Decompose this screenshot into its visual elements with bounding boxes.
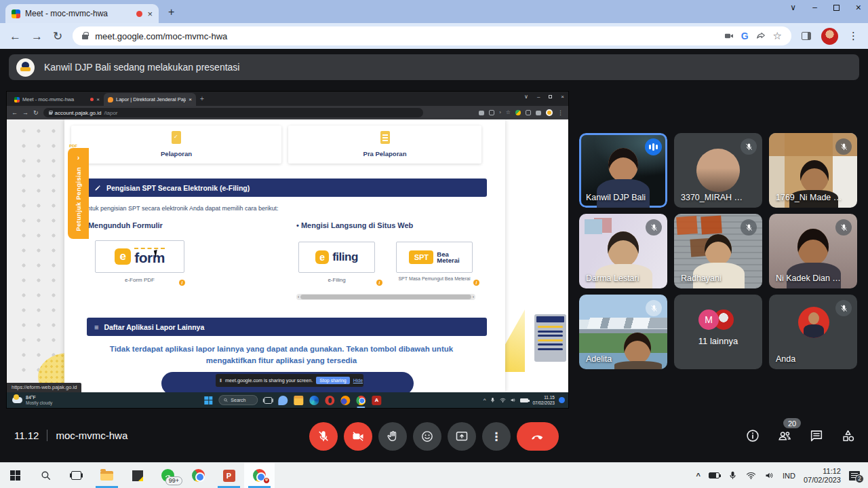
tab-close-icon[interactable]: × <box>96 96 100 102</box>
participant-tile[interactable]: Darma Lestari <box>579 214 667 288</box>
chat-app-icon[interactable] <box>278 396 288 405</box>
file-explorer-button[interactable] <box>92 463 122 488</box>
mic-icon[interactable] <box>490 397 496 403</box>
clock[interactable]: 11:12 07/02/2023 <box>804 467 841 485</box>
participant-tile[interactable]: Adelita <box>579 295 667 369</box>
speaker-icon[interactable] <box>764 470 774 481</box>
side-panel-icon[interactable] <box>802 32 811 40</box>
tab-search-chevron-icon[interactable]: ∨ <box>790 3 796 12</box>
address-bar[interactable]: account.pajak.go.id /lapor <box>43 108 423 117</box>
powerpoint-button[interactable]: P <box>214 463 244 488</box>
language-indicator[interactable]: IND <box>783 472 795 480</box>
window-minimize-button[interactable]: – <box>537 94 540 100</box>
activities-button[interactable] <box>841 428 856 443</box>
new-tab-button[interactable]: + <box>168 6 174 18</box>
eform-app-button[interactable]: e form <box>95 240 184 273</box>
share-icon[interactable]: › <box>499 110 501 115</box>
petunjuk-pengisian-tab[interactable]: › Petunjuk Pengisian <box>68 148 89 239</box>
battery-icon[interactable] <box>520 398 528 402</box>
participant-tile[interactable]: Ni Kadek Dian … <box>769 214 857 288</box>
extension-icon[interactable] <box>515 110 521 115</box>
tab-search-chevron-icon[interactable]: ∨ <box>524 94 528 100</box>
camera-in-use-icon[interactable] <box>724 31 734 41</box>
back-button[interactable]: ← <box>9 31 21 42</box>
browser-tab-meet[interactable]: Meet - moc-mvmc-hwa × <box>5 4 159 23</box>
overflow-participants-tile[interactable]: M 11 lainnya <box>674 295 762 369</box>
stop-sharing-button[interactable]: Stop sharing <box>316 377 349 384</box>
weather-widget[interactable]: 84°F Mostly cloudy <box>7 395 52 405</box>
participant-tile[interactable]: Radhayani <box>674 214 762 288</box>
share-icon[interactable] <box>755 31 766 41</box>
chrome-profile-button[interactable] <box>244 463 275 488</box>
meeting-details-button[interactable] <box>745 428 760 443</box>
chat-button[interactable] <box>809 428 824 443</box>
pelaporan-card[interactable]: Pelaporan <box>71 126 281 164</box>
reload-button[interactable]: ↻ <box>33 110 39 116</box>
window-restore-button[interactable] <box>833 5 840 11</box>
shared-tab-meet[interactable]: Meet - moc-mvmc-hwa × <box>10 93 104 106</box>
wifi-icon[interactable] <box>746 470 756 481</box>
spt-bea-meterai-app-button[interactable]: SPT Bea Meterai <box>396 242 473 273</box>
bookmark-star-icon[interactable]: ☆ <box>773 30 782 42</box>
hidden-icons-caret[interactable]: ^ <box>696 472 701 480</box>
google-icon[interactable]: G <box>741 31 749 41</box>
edge-icon[interactable] <box>309 396 319 405</box>
taskbar-search-button[interactable] <box>31 463 61 488</box>
participant-tile-kanwil[interactable]: Kanwil DJP Bali <box>579 133 667 208</box>
reactions-button[interactable] <box>413 422 441 451</box>
info-icon[interactable]: i <box>376 280 382 286</box>
info-icon[interactable]: i <box>473 280 479 286</box>
more-options-button[interactable]: ⋮ <box>482 422 511 451</box>
profile-avatar[interactable] <box>821 28 838 45</box>
forward-button[interactable]: → <box>22 110 28 116</box>
new-tab-button[interactable]: + <box>200 95 204 102</box>
shared-tab-lapor[interactable]: Lapor | Direktorat Jenderal Pajak × <box>104 93 196 106</box>
end-call-button[interactable] <box>517 422 559 451</box>
scrollbar-thumb[interactable] <box>300 295 471 299</box>
participant-tile[interactable]: 1769_Ni Made … <box>769 133 857 208</box>
horizontal-scrollbar[interactable]: ‹ › <box>296 294 475 300</box>
start-button[interactable] <box>0 463 31 488</box>
speaker-icon[interactable] <box>510 397 516 403</box>
notification-badge-icon[interactable] <box>559 397 565 403</box>
firefox-icon[interactable] <box>340 396 350 405</box>
mic-toggle-button[interactable] <box>309 422 338 451</box>
window-minimize-button[interactable]: – <box>812 3 817 12</box>
chrome-icon[interactable] <box>356 396 366 405</box>
scroll-right-icon[interactable]: › <box>471 295 475 299</box>
self-tile[interactable]: Anda <box>769 295 857 369</box>
shared-screen[interactable]: Meet - moc-mvmc-hwa × Lapor | Direktorat… <box>7 92 568 408</box>
task-view-button[interactable] <box>264 397 272 404</box>
wifi-icon[interactable] <box>500 397 506 403</box>
camera-toggle-button[interactable] <box>344 422 372 451</box>
forward-button[interactable]: → <box>31 31 43 42</box>
battery-icon[interactable] <box>709 472 719 478</box>
acrobat-icon[interactable]: A <box>372 396 381 405</box>
file-explorer-icon[interactable] <box>294 396 303 405</box>
bookmark-star-icon[interactable]: ☆ <box>506 110 511 115</box>
browser-menu-icon[interactable]: ⋮ <box>848 30 859 42</box>
taskbar-search[interactable]: Search <box>218 395 258 405</box>
info-icon[interactable]: i <box>179 280 185 286</box>
browser-menu-icon[interactable]: ⋮ <box>557 109 564 116</box>
window-restore-button[interactable] <box>549 95 552 98</box>
sticky-notes-button[interactable] <box>122 463 153 488</box>
tab-close-icon[interactable]: × <box>147 10 153 18</box>
clock[interactable]: 11.15 07/02/2023 <box>532 395 555 406</box>
translate-icon[interactable] <box>489 110 494 115</box>
window-close-button[interactable]: × <box>561 94 564 100</box>
address-bar[interactable]: meet.google.com/moc-mvmc-hwa G ☆ <box>73 26 791 45</box>
participants-button[interactable]: 20 <box>777 428 792 443</box>
back-button[interactable]: ← <box>12 110 18 116</box>
profile-avatar[interactable] <box>546 109 553 116</box>
efiling-app-button[interactable]: e filing <box>298 242 375 273</box>
opera-icon[interactable] <box>325 396 334 405</box>
task-view-button[interactable] <box>61 463 92 488</box>
window-close-button[interactable]: × <box>856 3 861 12</box>
hidden-icons-caret[interactable]: ^ <box>484 397 486 403</box>
present-button[interactable] <box>448 422 476 451</box>
pra-pelaporan-card[interactable]: Pra Pelaporan <box>288 126 481 164</box>
whatsapp-button[interactable]: 99+ <box>153 463 183 488</box>
chrome-button[interactable] <box>183 463 214 488</box>
mic-icon[interactable] <box>728 470 738 481</box>
